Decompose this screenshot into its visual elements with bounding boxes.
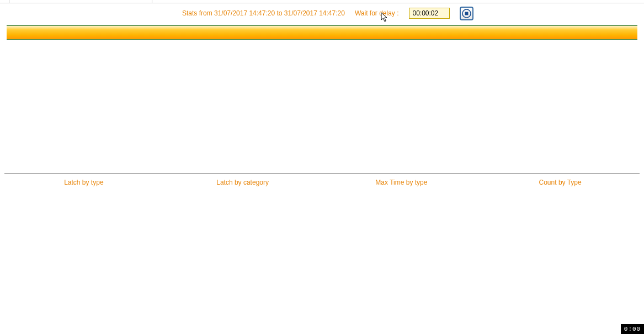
col-max-time-by-type: Max Time by type bbox=[322, 179, 481, 186]
col-latch-by-type: Latch by type bbox=[4, 179, 163, 186]
column-headers: Latch by type Latch by category Max Time… bbox=[0, 174, 644, 186]
col-count-by-type: Count by Type bbox=[481, 179, 640, 186]
delay-input[interactable] bbox=[409, 8, 450, 19]
active-tab[interactable] bbox=[9, 0, 152, 3]
col-label: Max Time by type bbox=[375, 179, 427, 186]
stop-button[interactable] bbox=[460, 7, 473, 20]
col-label: Latch by category bbox=[216, 179, 269, 186]
tab-strip bbox=[0, 0, 644, 3]
svg-rect-1 bbox=[465, 12, 468, 15]
col-label: Latch by type bbox=[64, 179, 103, 186]
col-label: Count by Type bbox=[539, 179, 582, 186]
stats-range-label: Stats from 31/07/2017 14:47:20 to 31/07/… bbox=[182, 9, 345, 17]
wait-for-delay-label: Wait for delay : bbox=[355, 9, 399, 17]
progress-bar bbox=[7, 25, 637, 40]
stop-icon bbox=[462, 9, 471, 18]
timer-badge: 0:00 bbox=[621, 324, 644, 334]
col-latch-by-category: Latch by category bbox=[163, 179, 322, 186]
upper-content-area bbox=[0, 40, 644, 173]
header-controls: Stats from 31/07/2017 14:47:20 to 31/07/… bbox=[0, 3, 644, 23]
